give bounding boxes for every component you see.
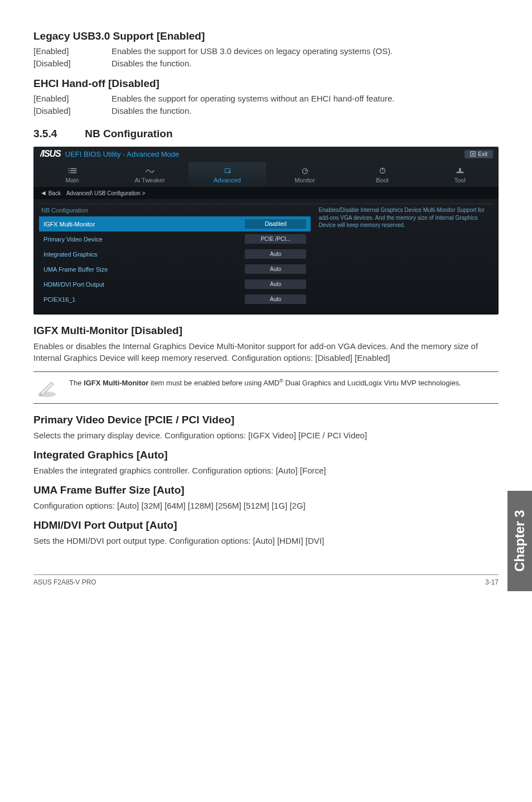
power-icon xyxy=(378,167,388,175)
paragraph: Selects the primary display device. Conf… xyxy=(33,429,499,441)
header-label: NB Configuration xyxy=(41,207,88,214)
svg-rect-3 xyxy=(68,170,69,171)
svg-rect-6 xyxy=(70,172,76,173)
note-bold: IGFX Multi-Monitor xyxy=(84,379,148,387)
tab-advanced[interactable]: Advanced xyxy=(188,162,266,187)
note-post: Dual Graphics and LucidLogix Virtu MVP t… xyxy=(283,379,461,387)
bios-tabs: Main Ai Tweaker Advanced Monitor Boot To… xyxy=(33,162,499,187)
bios-row-pciex16[interactable]: PCIEX16_1 Auto xyxy=(39,292,311,307)
monitor-icon xyxy=(300,167,310,175)
bios-section-header: NB Configuration xyxy=(39,204,311,216)
breadcrumb: Advanced\ USB Configuration > xyxy=(66,190,145,196)
row-label: PCIEX16_1 xyxy=(43,296,75,303)
heading-legacy-usb: Legacy USB3.0 Support [Enabled] xyxy=(33,30,499,42)
tab-monitor[interactable]: Monitor xyxy=(266,162,344,187)
exit-label: Exit xyxy=(478,151,487,157)
tab-main[interactable]: Main xyxy=(33,162,111,187)
key: [Disabled] xyxy=(33,105,112,117)
bios-options-list: NB Configuration IGFX Multi-Monitor Disa… xyxy=(39,204,311,307)
svg-rect-1 xyxy=(68,168,69,170)
tab-label: Tool xyxy=(454,177,465,183)
svg-rect-13 xyxy=(456,172,463,173)
list-icon xyxy=(67,167,78,175)
paragraph: Enables the integrated graphics controll… xyxy=(33,465,499,476)
key: [Enabled] xyxy=(33,93,112,104)
pencil-icon xyxy=(36,378,58,398)
tool-icon xyxy=(455,167,465,175)
row-value[interactable]: Auto xyxy=(245,279,306,289)
row-value[interactable]: Auto xyxy=(245,294,306,304)
svg-point-8 xyxy=(228,171,230,173)
bios-row-hdmi-dvi[interactable]: HDMI/DVI Port Output Auto xyxy=(39,277,311,292)
note-text: The IGFX Multi-Monitor item must be enab… xyxy=(69,378,461,388)
row-value[interactable]: Auto xyxy=(245,264,306,274)
key: [Disabled] xyxy=(33,58,112,69)
row-enabled: [Enabled] Enables the support for operat… xyxy=(33,93,499,104)
note-sup: ® xyxy=(279,378,283,384)
exit-icon xyxy=(470,151,476,157)
bios-row-primary-video[interactable]: Primary Video Device PCIE /PCI... xyxy=(39,231,311,247)
bios-row-igfx[interactable]: IGFX Multi-Monitor Disabled xyxy=(39,216,311,231)
svg-rect-14 xyxy=(459,168,461,172)
tab-label: Monitor xyxy=(294,177,315,183)
tab-tool[interactable]: Tool xyxy=(421,162,499,187)
row-label: Primary Video Device xyxy=(43,236,103,243)
chip-icon xyxy=(223,167,233,175)
bios-logo-area: /ISUS UEFI BIOS Utility - Advanced Mode xyxy=(39,149,179,159)
heading-hdmi-dvi: HDMI/DVI Port Output [Auto] xyxy=(33,519,499,532)
exit-button[interactable]: Exit xyxy=(465,150,493,158)
svg-rect-5 xyxy=(68,172,69,173)
val: Disables the function. xyxy=(112,105,499,117)
bios-row-integrated-graphics[interactable]: Integrated Graphics Auto xyxy=(39,247,311,262)
val: Disables the function. xyxy=(112,58,499,69)
row-disabled: [Disabled] Disables the function. xyxy=(33,105,499,117)
val: Enables the support for operating system… xyxy=(112,93,499,104)
footer-right: 3-17 xyxy=(485,578,499,586)
bios-title-text: UEFI BIOS Utility - Advanced Mode xyxy=(65,150,179,158)
row-disabled: [Disabled] Disables the function. xyxy=(33,58,499,69)
heading-primary-video: Primary Video Device [PCIE / PCI Video] xyxy=(33,414,499,426)
heading-uma-buffer: UMA Frame Buffer Size [Auto] xyxy=(33,484,499,496)
tab-tweaker[interactable]: Ai Tweaker xyxy=(111,162,188,187)
note-pre: The xyxy=(69,379,84,387)
asus-logo: /ISUS xyxy=(39,149,62,159)
paragraph: Configuration options: [Auto] [32M] [64M… xyxy=(33,500,499,511)
back-button[interactable]: ◄ Back xyxy=(40,189,61,197)
row-label: HDMI/DVI Port Output xyxy=(43,281,104,288)
paragraph: Sets the HDMI/DVI port output type. Conf… xyxy=(33,535,499,547)
back-label: Back xyxy=(49,190,61,196)
page-footer: ASUS F2A85-V PRO 3-17 xyxy=(33,574,499,586)
row-label: Integrated Graphics xyxy=(43,251,98,258)
heading-numbered: 3.5.4 NB Configuration xyxy=(33,128,499,140)
row-label: IGFX Multi-Monitor xyxy=(43,221,95,228)
section-number: 3.5.4 xyxy=(33,128,57,140)
tab-label: Ai Tweaker xyxy=(134,177,165,183)
footer-left: ASUS F2A85-V PRO xyxy=(33,578,96,586)
note-box: The IGFX Multi-Monitor item must be enab… xyxy=(33,371,499,404)
tab-label: Main xyxy=(66,177,79,183)
svg-rect-2 xyxy=(70,168,76,170)
bios-breadcrumb-bar: ◄ Back Advanced\ USB Configuration > xyxy=(33,187,499,199)
section-title: NB Configuration xyxy=(85,128,172,140)
svg-rect-4 xyxy=(70,170,76,171)
bios-body: NB Configuration IGFX Multi-Monitor Disa… xyxy=(33,199,499,315)
key: [Enabled] xyxy=(33,46,112,57)
bios-help-pane: Enables/Disable Internal Graphics Device… xyxy=(311,204,493,307)
bios-titlebar: /ISUS UEFI BIOS Utility - Advanced Mode … xyxy=(33,147,499,159)
row-value[interactable]: Auto xyxy=(245,249,306,259)
tab-boot[interactable]: Boot xyxy=(344,162,421,187)
tab-label: Boot xyxy=(376,177,389,183)
svg-line-10 xyxy=(305,170,307,171)
row-label: UMA Frame Buffer Size xyxy=(43,266,108,273)
tab-label: Advanced xyxy=(214,177,241,183)
row-value[interactable]: PCIE /PCI... xyxy=(245,234,306,244)
val: Enables the support for USB 3.0 devices … xyxy=(112,46,499,57)
bios-row-uma-buffer[interactable]: UMA Frame Buffer Size Auto xyxy=(39,262,311,277)
tweaker-icon xyxy=(145,167,155,175)
heading-ehci: EHCI Hand-off [Disabled] xyxy=(33,78,499,90)
row-value[interactable]: Disabled xyxy=(245,219,306,229)
back-arrow-icon: ◄ xyxy=(40,189,47,197)
paragraph: Enables or disables the Internal Graphic… xyxy=(33,340,499,364)
heading-igfx: IGFX Multi-Monitor [Disabled] xyxy=(33,325,499,337)
note-mid: item must be enabled before using AMD xyxy=(148,379,279,387)
